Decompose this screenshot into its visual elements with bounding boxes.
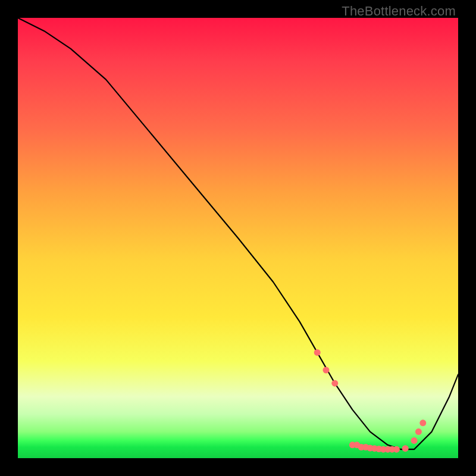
chart-frame: TheBottleneck.com bbox=[0, 0, 476, 476]
trough-marker bbox=[375, 446, 382, 452]
trough-marker bbox=[389, 446, 396, 453]
trough-marker bbox=[367, 445, 374, 452]
trough-marker bbox=[371, 445, 378, 452]
trough-marker bbox=[380, 446, 387, 453]
trough-marker bbox=[384, 446, 391, 453]
trough-markers bbox=[314, 349, 427, 453]
plot-area bbox=[18, 18, 458, 458]
trough-marker bbox=[411, 437, 418, 444]
trough-marker bbox=[358, 444, 365, 450]
trough-marker bbox=[314, 349, 321, 356]
bottleneck-curve bbox=[18, 18, 458, 449]
watermark-text: TheBottleneck.com bbox=[342, 4, 456, 19]
trough-marker bbox=[362, 444, 369, 450]
curve-layer bbox=[18, 18, 458, 458]
trough-marker bbox=[419, 419, 426, 426]
trough-marker bbox=[331, 380, 338, 387]
trough-marker bbox=[349, 441, 356, 448]
trough-marker bbox=[393, 446, 400, 453]
trough-marker bbox=[402, 445, 409, 452]
trough-marker bbox=[323, 367, 330, 374]
trough-marker bbox=[353, 441, 360, 448]
trough-marker bbox=[415, 428, 422, 435]
